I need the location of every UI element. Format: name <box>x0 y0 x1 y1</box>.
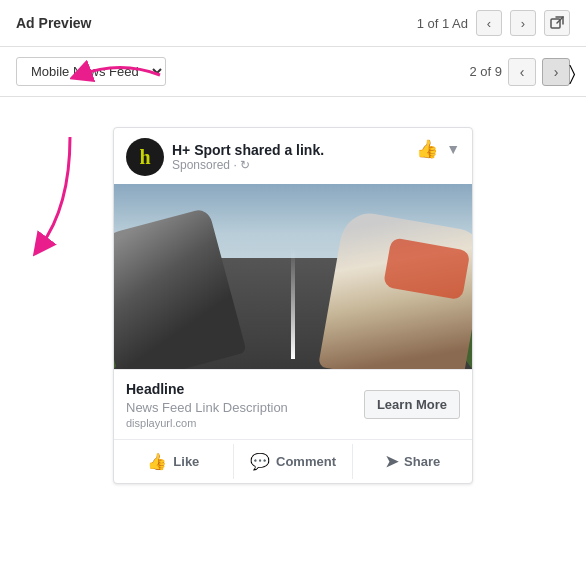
pager-next-button[interactable]: › <box>542 58 570 86</box>
shoe-right <box>318 209 472 369</box>
shoe-accent <box>383 237 470 300</box>
card-footer: 👍 Like 💬 Comment ➤ Share <box>114 439 472 483</box>
external-link-icon <box>550 16 564 30</box>
card-text: Headline News Feed Link Description disp… <box>126 380 288 429</box>
user-name: H+ Sport shared a link. <box>172 142 324 158</box>
cursor-icon: 〉 <box>569 62 576 85</box>
comment-label: Comment <box>276 454 336 469</box>
share-button[interactable]: ➤ Share <box>353 444 472 479</box>
user-info: H+ Sport shared a link. Sponsored · ↻ <box>172 142 324 172</box>
road-scene <box>114 184 472 369</box>
road-line <box>291 248 295 359</box>
preview-area: h H+ Sport shared a link. Sponsored · ↻ … <box>0 97 586 504</box>
card-user: h H+ Sport shared a link. Sponsored · ↻ <box>126 138 324 176</box>
ad-display-url: displayurl.com <box>126 417 288 429</box>
comment-action-icon: 💬 <box>250 452 270 471</box>
like-button[interactable]: 👍 Like <box>114 444 234 479</box>
pager-right: 2 of 9 ‹ › 〉 <box>469 58 570 86</box>
like-icon[interactable]: 👍 <box>416 138 438 160</box>
page-title: Ad Preview <box>16 15 91 31</box>
annotation-arrow-down <box>10 127 130 257</box>
fb-ad-card: h H+ Sport shared a link. Sponsored · ↻ … <box>113 127 473 484</box>
share-action-icon: ➤ <box>385 452 398 471</box>
second-bar: Mobile News Feed 2 of 9 ‹ › 〉 <box>0 47 586 97</box>
like-action-icon: 👍 <box>147 452 167 471</box>
like-label: Like <box>173 454 199 469</box>
top-bar-right: 1 of 1 Ad ‹ › <box>417 10 570 36</box>
ad-image <box>114 184 472 369</box>
pager-prev-button[interactable]: ‹ <box>508 58 536 86</box>
ad-counter: 1 of 1 Ad <box>417 16 468 31</box>
comment-button[interactable]: 💬 Comment <box>234 444 354 479</box>
external-link-button[interactable] <box>544 10 570 36</box>
ad-headline: Headline <box>126 380 288 398</box>
ad-prev-button[interactable]: ‹ <box>476 10 502 36</box>
feed-selector[interactable]: Mobile News Feed <box>16 57 166 86</box>
share-label: Share <box>404 454 440 469</box>
card-actions: 👍 ▼ <box>416 138 460 160</box>
card-body: Headline News Feed Link Description disp… <box>114 369 472 439</box>
avatar: h <box>126 138 164 176</box>
top-bar: Ad Preview 1 of 1 Ad ‹ › <box>0 0 586 47</box>
user-meta: Sponsored · ↻ <box>172 158 324 172</box>
learn-more-button[interactable]: Learn More <box>364 390 460 419</box>
more-options-icon[interactable]: ▼ <box>446 141 460 157</box>
ad-description: News Feed Link Description <box>126 400 288 415</box>
ad-next-button[interactable]: › <box>510 10 536 36</box>
pager-counter: 2 of 9 <box>469 64 502 79</box>
card-header: h H+ Sport shared a link. Sponsored · ↻ … <box>114 128 472 184</box>
